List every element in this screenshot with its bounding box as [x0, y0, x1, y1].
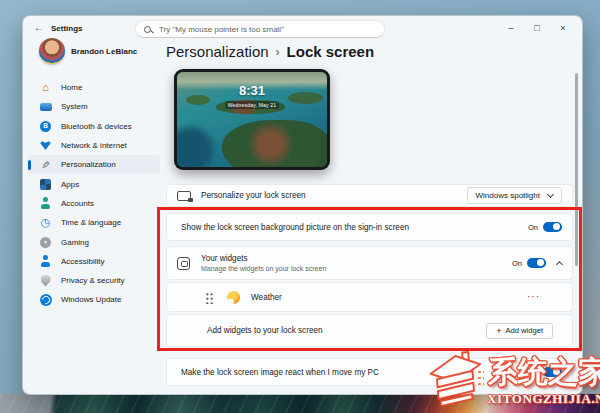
more-options-button[interactable]: ··· [527, 295, 540, 299]
search-icon [144, 26, 151, 33]
sidebar-item-accessibility[interactable]: Accessibility [27, 252, 160, 271]
lock-screen-preview-image: 8:31 Wednesday, May 21 [177, 72, 327, 167]
privacy-icon [39, 274, 52, 287]
row-personalize-lock-screen: Personalize your lock screen Windows spo… [166, 184, 573, 207]
breadcrumb-personalization[interactable]: Personalization [166, 43, 269, 60]
scrollbar[interactable] [575, 73, 578, 266]
sidebar-item-apps[interactable]: Apps [27, 174, 160, 193]
breadcrumb: Personalization › Lock screen [166, 43, 374, 60]
bluetooth-icon: B [39, 120, 52, 133]
sidebar-nav: ⌂ Home System B Bluetooth & devices Netw… [27, 78, 160, 310]
user-name: Brandon LeBlanc [71, 47, 137, 56]
sidebar-item-network-internet[interactable]: Network & internet [27, 136, 160, 155]
sidebar-item-bluetooth-devices[interactable]: B Bluetooth & devices [27, 117, 160, 136]
row-lock-screen-react: Make the lock screen image react when I … [166, 358, 573, 386]
maximize-button[interactable]: □ [524, 19, 550, 37]
plus-icon: + [496, 326, 501, 336]
lock-screen-icon [177, 191, 191, 201]
accounts-icon [39, 197, 52, 210]
sidebar-item-system[interactable]: System [27, 97, 160, 116]
chevron-down-icon [547, 191, 554, 198]
accessibility-icon [39, 255, 52, 268]
desktop-wallpaper-strip [0, 394, 600, 413]
personalization-icon: ✎ [39, 158, 52, 171]
gaming-icon: × [39, 236, 52, 249]
sidebar-item-windows-update[interactable]: Windows Update [27, 290, 160, 309]
row-your-widgets[interactable]: Your widgets Manage the widgets on your … [166, 246, 573, 280]
search-box[interactable] [135, 20, 385, 38]
lock-screen-preview: 8:31 Wednesday, May 21 [174, 69, 330, 170]
chevron-up-icon[interactable] [556, 260, 563, 267]
app-title: Settings [51, 24, 83, 33]
preview-date: Wednesday, May 21 [177, 101, 327, 109]
sidebar-item-accounts[interactable]: Accounts [27, 194, 160, 213]
avatar[interactable] [39, 38, 65, 64]
toggle-state-label: On [528, 223, 538, 232]
toggle-state-label: On [528, 368, 538, 377]
sidebar-item-home[interactable]: ⌂ Home [27, 78, 160, 97]
back-button[interactable]: ← [34, 22, 44, 33]
window-controls: – □ × [498, 19, 576, 37]
toggle-state-label: On [512, 259, 522, 268]
drag-handle-icon[interactable] [205, 291, 214, 304]
network-icon [39, 139, 52, 152]
row-show-background-signin: Show the lock screen background picture … [166, 213, 573, 241]
windows-update-icon [39, 293, 52, 306]
widgets-icon [177, 257, 190, 270]
react-toggle[interactable] [543, 367, 562, 378]
weather-icon [227, 291, 240, 304]
row-widget-weather: Weather ··· [166, 282, 573, 312]
add-widget-button[interactable]: + Add widget [486, 323, 553, 339]
row-add-widgets: Add widgets to your lock screen + Add wi… [166, 314, 573, 347]
search-input[interactable] [157, 24, 376, 35]
settings-window: ← Settings – □ × Brandon LeBlanc ⌂ Home … [22, 15, 583, 395]
sidebar-item-personalization[interactable]: ✎ Personalization [27, 155, 160, 174]
sidebar-item-time-language[interactable]: ◷ Time & language [27, 213, 160, 232]
personalize-dropdown[interactable]: Windows spotlight [467, 187, 562, 204]
widgets-toggle[interactable] [527, 258, 546, 269]
show-background-toggle[interactable] [543, 222, 562, 233]
breadcrumb-separator: › [276, 45, 280, 59]
preview-clock: 8:31 [177, 83, 327, 98]
time-language-icon: ◷ [39, 216, 52, 229]
apps-icon [39, 178, 52, 191]
system-icon [39, 100, 52, 113]
close-button[interactable]: × [550, 19, 576, 37]
home-icon: ⌂ [39, 81, 52, 94]
sidebar-item-gaming[interactable]: × Gaming [27, 232, 160, 251]
page-title: Lock screen [287, 43, 375, 60]
sidebar-item-privacy-security[interactable]: Privacy & security [27, 271, 160, 290]
minimize-button[interactable]: – [498, 19, 524, 37]
